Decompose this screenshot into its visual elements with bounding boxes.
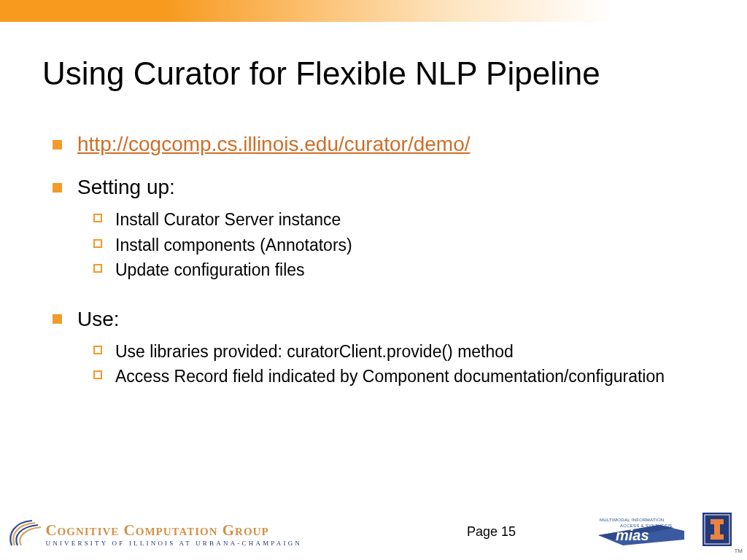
slide-content: http://cogcomp.cs.illinois.edu/curator/d… <box>53 131 703 402</box>
mias-tagline-top: MULTIMODAL INFORMATION <box>600 518 665 522</box>
swoosh-icon <box>4 518 47 551</box>
slide-title: Using Curator for Flexible NLP Pipeline <box>42 55 718 92</box>
trademark-symbol: TM <box>734 548 743 554</box>
bullet-link: http://cogcomp.cs.illinois.edu/curator/d… <box>53 131 703 157</box>
subbullet: Update configuration files <box>93 257 703 283</box>
spacer <box>53 164 703 174</box>
use-sublist: Use libraries provided: curatorClient.pr… <box>53 339 703 389</box>
ccg-logo-subtitle: UNIVERSITY OF ILLINOIS AT URBANA-CHAMPAI… <box>45 540 302 547</box>
spacer <box>53 296 703 306</box>
mias-logo: MULTIMODAL INFORMATION ACCESS & SYNTHESI… <box>598 515 684 550</box>
slide-body: Using Curator for Flexible NLP Pipeline … <box>0 22 747 560</box>
subbullet: Access Record field indicated by Compone… <box>93 364 703 389</box>
setup-sublist: Install Curator Server instance Install … <box>53 207 703 283</box>
subbullet: Install components (Annotators) <box>93 233 703 258</box>
bullet-use-heading: Use: <box>53 306 703 332</box>
curator-demo-link[interactable]: http://cogcomp.cs.illinois.edu/curator/d… <box>77 133 470 155</box>
ccg-logo-title: Cognitive Computation Group <box>45 523 302 538</box>
mias-name: mias <box>616 527 649 543</box>
illinois-logo <box>702 512 732 550</box>
subbullet: Use libraries provided: curatorClient.pr… <box>93 339 703 365</box>
page-number: Page 15 <box>467 524 516 540</box>
ccg-logo-text: Cognitive Computation Group UNIVERSITY O… <box>45 523 302 547</box>
ccg-logo: Cognitive Computation Group UNIVERSITY O… <box>4 518 302 551</box>
top-accent-bar <box>0 0 747 22</box>
bullet-setup-heading: Setting up: <box>53 174 703 200</box>
subbullet: Install Curator Server instance <box>93 207 703 233</box>
slide-footer: Cognitive Computation Group UNIVERSITY O… <box>0 509 747 560</box>
